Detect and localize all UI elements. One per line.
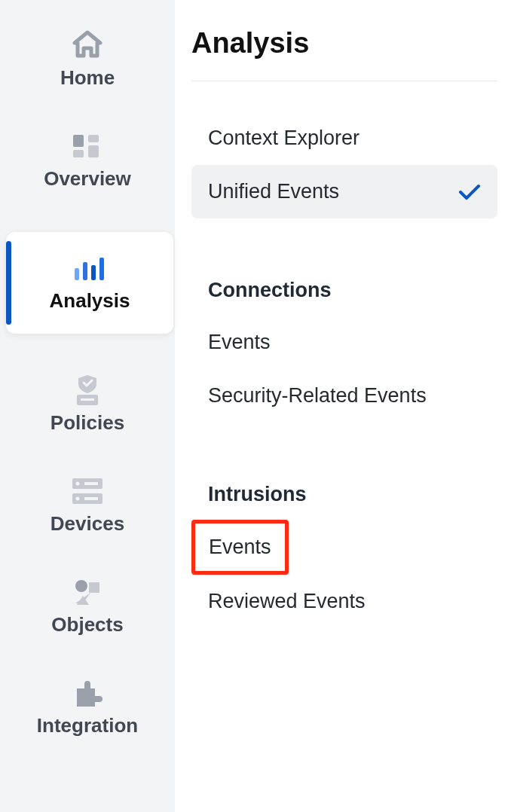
- check-icon: [458, 183, 481, 201]
- svg-rect-2: [73, 150, 84, 157]
- menu-item-label: Unified Events: [208, 180, 339, 203]
- sidebar-item-devices[interactable]: Devices: [0, 476, 175, 536]
- menu-item-context-explorer[interactable]: Context Explorer: [191, 111, 497, 165]
- menu-item-intrusions-events[interactable]: Events: [191, 520, 289, 575]
- svg-rect-4: [75, 268, 79, 280]
- analysis-icon: [75, 253, 105, 283]
- sidebar-item-integration[interactable]: Integration: [0, 678, 175, 737]
- page-title: Analysis: [191, 27, 497, 81]
- svg-rect-9: [81, 398, 94, 401]
- menu-item-label: Context Explorer: [208, 127, 359, 150]
- sidebar-item-label: Home: [60, 66, 115, 90]
- section-title-connections: Connections: [191, 279, 497, 302]
- menu-item-reviewed-events[interactable]: Reviewed Events: [191, 575, 497, 628]
- sidebar-item-policies[interactable]: Policies: [0, 375, 175, 435]
- menu-item-label: Security-Related Events: [208, 384, 427, 408]
- svg-point-11: [76, 482, 80, 486]
- sidebar-item-label: Overview: [44, 167, 131, 191]
- home-icon: [72, 30, 103, 60]
- content-panel: Analysis Context Explorer Unified Events…: [175, 0, 514, 812]
- menu-item-security-related-events[interactable]: Security-Related Events: [191, 369, 497, 423]
- section-title-intrusions: Intrusions: [191, 483, 497, 506]
- sidebar-item-label: Objects: [51, 613, 123, 636]
- svg-rect-5: [83, 262, 87, 280]
- devices-icon: [72, 476, 102, 506]
- sidebar-item-objects[interactable]: Objects: [0, 577, 175, 636]
- sidebar-item-home[interactable]: Home: [0, 30, 175, 90]
- svg-rect-0: [73, 135, 84, 147]
- menu-item-label: Events: [209, 536, 271, 559]
- menu-item-unified-events[interactable]: Unified Events: [191, 165, 497, 218]
- menu-item-connections-events[interactable]: Events: [191, 316, 497, 369]
- svg-rect-1: [88, 135, 99, 142]
- sidebar-item-label: Policies: [50, 411, 124, 435]
- menu-item-label: Events: [208, 331, 271, 354]
- sidebar-item-analysis[interactable]: Analysis: [6, 232, 173, 334]
- sidebar-item-overview[interactable]: Overview: [0, 131, 175, 191]
- overview-icon: [73, 131, 102, 161]
- svg-rect-7: [99, 258, 104, 280]
- menu-item-label: Reviewed Events: [208, 590, 366, 613]
- sidebar-item-label: Analysis: [50, 289, 130, 313]
- svg-rect-3: [88, 145, 99, 157]
- integration-icon: [72, 678, 102, 708]
- svg-rect-6: [91, 265, 96, 280]
- svg-rect-12: [84, 482, 98, 485]
- svg-rect-17: [89, 582, 99, 593]
- objects-icon: [72, 577, 102, 607]
- sidebar-item-label: Integration: [37, 714, 138, 737]
- sidebar: Home Overview: [0, 0, 175, 812]
- svg-point-14: [76, 497, 80, 501]
- svg-rect-15: [84, 497, 98, 500]
- svg-point-16: [75, 580, 87, 592]
- sidebar-item-label: Devices: [50, 512, 124, 536]
- policies-icon: [74, 375, 101, 405]
